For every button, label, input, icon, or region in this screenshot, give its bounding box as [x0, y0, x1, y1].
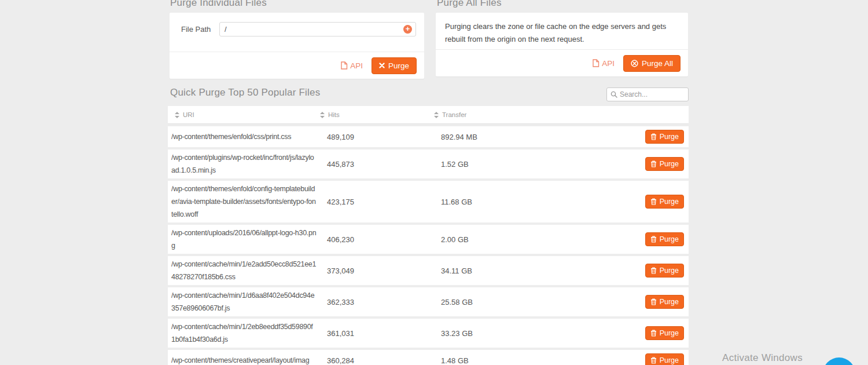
column-header-transfer-label: Transfer — [442, 111, 466, 118]
trash-icon — [650, 236, 657, 243]
row-uri: /wp-content/cache/min/1/d6aa8f402e504dc9… — [168, 289, 320, 315]
row-hits: 373,049 — [320, 267, 434, 275]
purge-individual-footer: API Purge — [170, 52, 424, 79]
row-uri: /wp-content/cache/min/1/e2add50ecc8d521e… — [168, 258, 320, 283]
table-row: /wp-content/cache/min/1/d6aa8f402e504dc9… — [168, 287, 689, 316]
column-header-uri-label: URI — [183, 111, 194, 118]
row-purge-button[interactable]: Purge — [645, 295, 684, 309]
trash-icon — [650, 133, 657, 140]
search-icon — [610, 91, 617, 98]
row-uri: /wp-content/plugins/wp-rocket/inc/front/… — [168, 151, 320, 177]
row-hits: 362,333 — [320, 298, 434, 306]
trash-icon — [650, 198, 657, 205]
api-file-icon — [592, 59, 599, 67]
purge-all-button[interactable]: Purge All — [623, 55, 681, 72]
sort-icon[interactable] — [175, 112, 179, 118]
purge-all-card: Purging clears the zone or file cache on… — [436, 13, 688, 76]
row-hits: 423,175 — [320, 198, 434, 206]
search-box — [606, 87, 689, 101]
row-action: Purge — [645, 295, 689, 309]
x-icon — [379, 63, 385, 68]
row-purge-button[interactable]: Purge — [645, 232, 684, 246]
row-transfer: 2.00 GB — [434, 235, 645, 244]
row-hits: 406,230 — [320, 235, 434, 244]
purge-individual-title: Purge Individual Files — [170, 0, 267, 9]
row-purge-label: Purge — [660, 235, 679, 243]
row-purge-label: Purge — [660, 356, 679, 364]
table-body: /wp-content/themes/enfold/css/print.css … — [168, 126, 689, 365]
sort-icon[interactable] — [434, 112, 439, 118]
activate-windows-text: Activate Windows — [722, 352, 803, 364]
table-row: /wp-content/themes/enfold/config-templat… — [168, 181, 689, 222]
row-transfer: 1.52 GB — [434, 160, 645, 169]
search-input[interactable] — [620, 90, 685, 98]
row-purge-button[interactable]: Purge — [645, 130, 684, 144]
row-transfer: 33.23 GB — [434, 329, 645, 338]
row-uri: /wp-content/cache/min/1/2eb8eeddf35d5989… — [168, 320, 320, 346]
api-link[interactable]: API — [340, 61, 363, 70]
chat-widget-button[interactable] — [823, 357, 855, 365]
add-path-icon[interactable]: + — [403, 25, 412, 34]
api-link[interactable]: API — [592, 59, 615, 68]
row-hits: 360,284 — [320, 356, 434, 365]
table-header: URI Hits Transfer — [168, 106, 689, 124]
file-path-label: File Path — [181, 25, 219, 34]
row-purge-button[interactable]: Purge — [645, 157, 684, 171]
row-transfer: 34.11 GB — [434, 267, 645, 275]
row-transfer: 892.94 MB — [434, 133, 645, 141]
circle-x-icon — [631, 60, 638, 67]
trash-icon — [650, 160, 657, 167]
row-purge-label: Purge — [660, 133, 679, 141]
api-file-icon — [340, 61, 348, 70]
column-header-uri[interactable]: URI — [168, 111, 320, 118]
trash-icon — [650, 267, 657, 274]
row-action: Purge — [645, 232, 689, 246]
row-hits: 489,109 — [320, 133, 434, 141]
row-transfer: 25.58 GB — [434, 298, 645, 306]
table-row: /wp-content/themes/enfold/css/print.css … — [168, 126, 689, 147]
purge-button[interactable]: Purge — [372, 57, 417, 74]
quick-purge-title: Quick Purge Top 50 Popular Files — [170, 87, 320, 98]
column-header-hits-label: Hits — [328, 111, 340, 118]
row-purge-label: Purge — [660, 267, 679, 275]
table-row: /wp-content/plugins/wp-rocket/inc/front/… — [168, 149, 689, 178]
table-row: /wp-content/cache/min/1/e2add50ecc8d521e… — [168, 256, 689, 285]
sort-icon[interactable] — [320, 112, 325, 118]
file-path-input[interactable] — [219, 22, 416, 36]
file-path-row: File Path + — [170, 13, 424, 36]
row-uri: /wp-content/uploads/2016/06/allppt-logo-… — [168, 227, 320, 252]
row-uri: /wp-content/themes/enfold/css/print.css — [168, 130, 320, 143]
column-header-hits[interactable]: Hits — [320, 111, 434, 118]
row-purge-label: Purge — [660, 298, 679, 306]
purge-all-description: Purging clears the zone or file cache on… — [436, 13, 688, 46]
trash-icon — [650, 357, 657, 364]
table-row: /wp-content/themes/creativepearl/layout/… — [168, 350, 689, 365]
trash-icon — [650, 330, 657, 337]
row-action: Purge — [645, 157, 689, 171]
row-purge-button[interactable]: Purge — [645, 264, 684, 278]
row-purge-label: Purge — [660, 329, 679, 337]
row-hits: 445,873 — [320, 160, 434, 169]
column-header-transfer[interactable]: Transfer — [434, 111, 689, 118]
row-action: Purge — [645, 264, 689, 278]
file-path-input-wrap: + — [219, 22, 416, 36]
row-uri: /wp-content/themes/creativepearl/layout/… — [168, 354, 320, 365]
trash-icon — [650, 298, 657, 305]
row-action: Purge — [645, 130, 689, 144]
purge-all-title: Purge All Files — [437, 0, 502, 9]
row-action: Purge — [645, 326, 689, 340]
purge-individual-card: File Path + API Purge — [170, 13, 424, 79]
api-link-label: API — [350, 61, 363, 70]
row-action: Purge — [645, 195, 689, 209]
purge-all-footer: API Purge All — [436, 49, 688, 76]
row-purge-label: Purge — [660, 160, 679, 168]
row-purge-label: Purge — [660, 198, 679, 206]
api-link-label: API — [602, 59, 615, 68]
row-purge-button[interactable]: Purge — [645, 353, 684, 365]
table-row: /wp-content/cache/min/1/2eb8eeddf35d5989… — [168, 319, 689, 348]
row-action: Purge — [645, 353, 689, 365]
table-row: /wp-content/uploads/2016/06/allppt-logo-… — [168, 225, 689, 254]
row-purge-button[interactable]: Purge — [645, 326, 684, 340]
popular-files-table: URI Hits Transfer /wp-content/themes/enf… — [168, 106, 689, 365]
row-purge-button[interactable]: Purge — [645, 195, 684, 209]
